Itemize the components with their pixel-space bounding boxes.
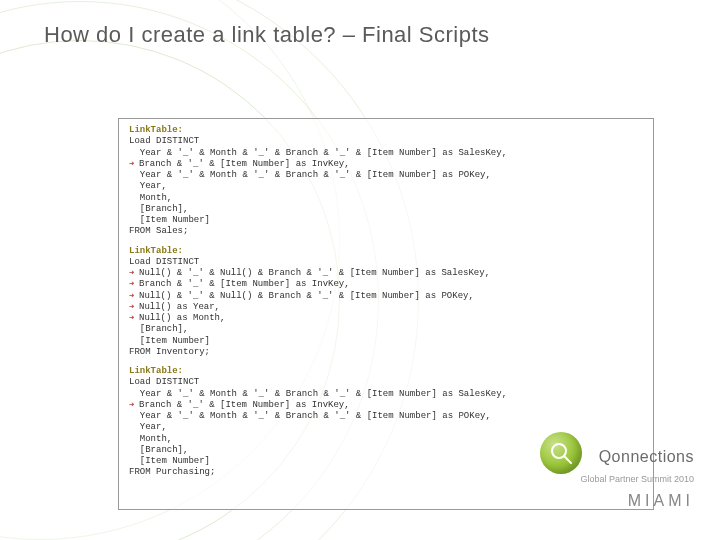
- code-line: [Branch],: [129, 204, 643, 215]
- code-line: Year & '_' & Month & '_' & Branch & '_' …: [129, 170, 643, 181]
- brand-logo-icon: [540, 432, 582, 474]
- code-line: ➔Branch & '_' & [Item Number] as InvKey,: [129, 159, 643, 170]
- arrow-icon: ➔: [129, 291, 139, 302]
- code-line: ➔Null() & '_' & Null() & Branch & '_' & …: [129, 268, 643, 279]
- brand-name: Qonnections: [599, 448, 694, 466]
- code-label: LinkTable:: [129, 125, 643, 136]
- arrow-icon: ➔: [129, 268, 139, 279]
- arrow-icon: ➔: [129, 302, 139, 313]
- code-line: Load DISTINCT: [129, 257, 643, 268]
- code-line: ➔Null() as Year,: [129, 302, 643, 313]
- page-title: How do I create a link table? – Final Sc…: [44, 22, 490, 48]
- code-line: Month,: [129, 193, 643, 204]
- code-line: Load DISTINCT: [129, 136, 643, 147]
- code-line: Year & '_' & Month & '_' & Branch & '_' …: [129, 148, 643, 159]
- code-line: Year,: [129, 181, 643, 192]
- brand-subtitle: Global Partner Summit 2010: [580, 474, 694, 484]
- svg-line-1: [564, 456, 571, 463]
- code-line: [Branch],: [129, 324, 643, 335]
- code-line: Year & '_' & Month & '_' & Branch & '_' …: [129, 411, 643, 422]
- code-line: FROM Inventory;: [129, 347, 643, 358]
- code-label: LinkTable:: [129, 366, 643, 377]
- arrow-icon: ➔: [129, 159, 139, 170]
- code-line: ➔Branch & '_' & [Item Number] as InvKey,: [129, 400, 643, 411]
- code-line: FROM Sales;: [129, 226, 643, 237]
- brand-city: MIAMI: [628, 492, 694, 510]
- code-line: Load DISTINCT: [129, 377, 643, 388]
- code-line: ➔Null() & '_' & Null() & Branch & '_' & …: [129, 291, 643, 302]
- code-line: ➔Branch & '_' & [Item Number] as InvKey,: [129, 279, 643, 290]
- arrow-icon: ➔: [129, 313, 139, 324]
- arrow-icon: ➔: [129, 400, 139, 411]
- code-line: [Item Number]: [129, 215, 643, 226]
- code-label: LinkTable:: [129, 246, 643, 257]
- arrow-icon: ➔: [129, 279, 139, 290]
- code-line: [Item Number]: [129, 336, 643, 347]
- code-line: Year & '_' & Month & '_' & Branch & '_' …: [129, 389, 643, 400]
- code-line: ➔Null() as Month,: [129, 313, 643, 324]
